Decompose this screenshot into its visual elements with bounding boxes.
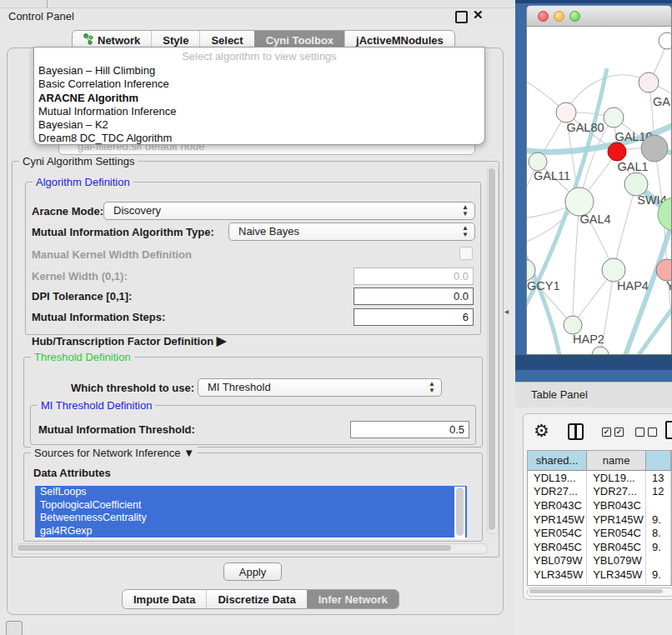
table-row[interactable]: YLR345WYLR345W9.	[528, 568, 671, 582]
settings-vertical-scrollbar[interactable]	[487, 166, 499, 534]
network-node-partial-top[interactable]	[659, 32, 671, 49]
close-panel-icon[interactable]: ✕	[473, 8, 484, 22]
sources-group-title[interactable]: Sources for Network Inference ▼	[31, 447, 198, 459]
column-header[interactable]	[646, 451, 671, 471]
network-edge[interactable]	[614, 184, 636, 270]
node-label-pink-right: Y	[666, 279, 671, 292]
application-window: Control Panel ✕ NetworkStyleSelectCyni T…	[0, 0, 672, 635]
table-row[interactable]: YPR145WYPR145W9.	[528, 512, 671, 527]
network-window[interactable]: GALGAL80GAL10GAL1GAL11SWI4GAL4GCY1HAP4YH…	[526, 5, 672, 355]
zoom-button[interactable]	[569, 11, 580, 22]
network-node-hap2[interactable]	[564, 316, 582, 334]
network-node-gal1[interactable]	[608, 142, 626, 161]
table-row[interactable]: YER054CYER054C8.	[528, 526, 671, 540]
attribute-item-selected[interactable]: TopologicalCoefficient	[35, 499, 467, 512]
mi-type-select[interactable]: Naive Bayes ▲▼	[228, 222, 475, 241]
network-node-gray-node[interactable]	[641, 135, 668, 162]
network-node-swi4[interactable]	[624, 172, 648, 196]
table-cell: YDL19...	[587, 471, 646, 485]
algorithm-option[interactable]: Dream8 DC_TDC Algorithm	[34, 132, 484, 145]
checked-columns-icon[interactable]: ✓✓	[602, 428, 624, 437]
docked-panel-icon[interactable]	[6, 621, 23, 635]
attribute-item-selected[interactable]: SelfLoops	[35, 486, 467, 499]
table-row[interactable]: YDL19...YDL19...13	[528, 471, 671, 485]
bottom-tab-impute-data[interactable]: Impute Data	[123, 590, 206, 608]
attribute-item-selected[interactable]: BetweennessCentrality	[35, 512, 467, 525]
node-label-hap4: HAP4	[617, 279, 649, 292]
algorithm-option[interactable]: Basic Correlation Inference	[34, 78, 484, 91]
algorithm-option[interactable]: Bayesian – K2	[34, 118, 484, 132]
table-row[interactable]: YBR045CYBR045C9.	[528, 540, 671, 554]
table-row[interactable]: YBR043CYBR043C	[528, 498, 671, 512]
float-window-icon[interactable]	[455, 11, 468, 23]
mi-steps-label: Mutual Information Steps:	[32, 311, 165, 323]
algorithm-option[interactable]: Mutual Information Inference	[34, 105, 484, 118]
new-table-icon[interactable]	[665, 421, 672, 439]
aracne-mode-value: Discovery	[113, 204, 161, 217]
aracne-mode-select[interactable]: Discovery ▲▼	[103, 202, 475, 220]
attribute-item-selected[interactable]: gal4RGexp	[35, 525, 467, 538]
unchecked-columns-icon[interactable]	[635, 428, 657, 437]
network-node-hap4[interactable]	[602, 258, 625, 282]
mi-steps-input[interactable]: 6	[354, 308, 474, 326]
table-horizontal-scrollbar[interactable]	[527, 588, 672, 597]
table-cell: 13	[646, 471, 671, 485]
mi-threshold-input[interactable]: 0.5	[350, 421, 469, 438]
which-threshold-value: MI Threshold	[208, 381, 271, 393]
apply-button[interactable]: Apply	[223, 562, 282, 581]
hub-definition-expander[interactable]: Hub/Transcription Factor Definition ▶	[32, 333, 226, 348]
settings-gear-icon[interactable]: ⚙	[534, 421, 549, 441]
node-label-gal11: GAL11	[534, 169, 570, 182]
table-cell: YER054C	[528, 526, 587, 540]
bottom-tab-infer-network[interactable]: Infer Network	[307, 590, 399, 608]
node-label-gal4: GAL4	[579, 212, 610, 226]
network-canvas[interactable]: GALGAL80GAL10GAL1GAL11SWI4GAL4GCY1HAP4YH…	[527, 27, 671, 355]
tab-label: Network	[98, 34, 140, 47]
algorithm-option[interactable]: Bayesian – Hill Climbing	[34, 64, 484, 78]
node-label-gal1: GAL1	[617, 160, 648, 173]
minimize-button[interactable]	[554, 11, 564, 22]
manual-kernel-checkbox[interactable]	[459, 247, 473, 260]
tab-label: Discretize Data	[218, 593, 295, 606]
table-cell: 9.	[646, 540, 671, 554]
network-node-gal-pink[interactable]	[639, 72, 659, 92]
mi-threshold-label: Mutual Information Threshold:	[38, 423, 195, 436]
node-attribute-table[interactable]: shared...nameYDL19...YDL19...13YDR27...Y…	[527, 450, 672, 586]
network-edge[interactable]	[566, 75, 649, 112]
attributes-list-scrollbar[interactable]	[454, 487, 465, 538]
network-node-gal80[interactable]	[556, 102, 576, 122]
table-row[interactable]: YBL079WYBL079W	[528, 554, 671, 568]
table-cell	[646, 498, 671, 512]
network-node-gal11[interactable]	[529, 152, 547, 171]
table-cell: 9.	[646, 568, 671, 582]
which-threshold-select[interactable]: MI Threshold ▲▼	[198, 378, 442, 397]
algorithm-dropdown-placeholder: Select algorithm to view settings	[34, 48, 484, 64]
mi-type-label: Mutual Information Algorithm Type:	[32, 226, 214, 238]
kernel-width-input[interactable]: 0.0	[354, 268, 474, 285]
network-node-gal10[interactable]	[604, 108, 624, 128]
node-label-hap2: HAP2	[573, 332, 604, 346]
data-attributes-list[interactable]: SelfLoopsTopologicalCoefficientBetweenne…	[35, 486, 467, 539]
table-row[interactable]: YDR27...YDR27...12	[528, 485, 671, 499]
which-threshold-label: Which threshold to use:	[71, 382, 194, 394]
dpi-tolerance-input[interactable]: 0.0	[354, 288, 474, 305]
table-header-row: shared...name	[528, 451, 671, 471]
network-edge[interactable]	[573, 202, 579, 325]
settings-horizontal-scrollbar[interactable]	[14, 543, 488, 554]
algorithm-option[interactable]: ARACNE Algorithm	[34, 92, 484, 105]
panel-divider-handle[interactable]: ◂	[504, 307, 509, 316]
network-node-gal4[interactable]	[565, 188, 594, 216]
table-cell: YDL19...	[528, 471, 587, 485]
stepper-arrows-icon: ▲▼	[462, 204, 469, 218]
bottom-tab-discretize-data[interactable]: Discretize Data	[206, 590, 306, 608]
tab-label: Style	[163, 34, 188, 47]
split-columns-icon[interactable]	[568, 423, 584, 440]
network-node-partial-bottom[interactable]	[592, 347, 609, 355]
close-button[interactable]	[538, 11, 549, 22]
column-header[interactable]: name	[587, 451, 646, 471]
table-row[interactable]: YJL052CYJL052C9.	[528, 582, 671, 586]
column-header[interactable]: shared...	[528, 451, 587, 471]
table-cell: YER054C	[587, 526, 646, 540]
table-cell: 12	[646, 485, 671, 499]
table-cell: YBL079W	[528, 554, 587, 568]
